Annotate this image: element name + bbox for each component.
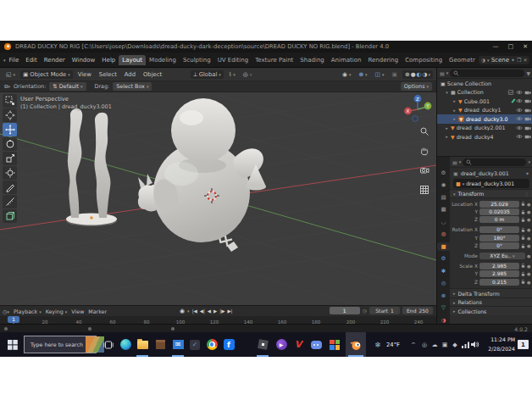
outliner-row-cube[interactable]: ▸ ▼ Cube.001: [437, 97, 532, 106]
taskbar-todo[interactable]: ✓: [186, 332, 203, 357]
timeline-editor-icon[interactable]: ◷▾: [3, 308, 9, 314]
eye-icon[interactable]: [516, 98, 523, 103]
shading-solid-button[interactable]: ●: [411, 71, 416, 78]
tab-constraints[interactable]: ⊗: [437, 292, 450, 300]
next-keyframe-button[interactable]: |▶: [219, 308, 224, 314]
tray-icon-1[interactable]: ◎: [420, 332, 429, 357]
outliner-editor-icon[interactable]: ▤: [440, 70, 445, 76]
animate-dot-icon[interactable]: ●: [527, 243, 530, 248]
menu-add[interactable]: Add: [122, 70, 138, 79]
transform-panel-header[interactable]: ▾Transform⋮: [450, 189, 532, 198]
outliner-row-ducky1[interactable]: ▸ ▼ dread_ducky1: [437, 106, 532, 115]
field-rotation-y[interactable]: Y180°●: [450, 234, 532, 242]
menu-edit[interactable]: Edit: [22, 55, 41, 65]
action-center-button[interactable]: 1: [516, 332, 530, 357]
expand-icon[interactable]: ▸: [445, 125, 449, 131]
camera-icon[interactable]: [524, 98, 531, 103]
maximize-button[interactable]: □: [508, 43, 514, 50]
new-scene-icon[interactable]: ❐: [517, 57, 521, 63]
start-button[interactable]: [3, 332, 22, 357]
menu-help[interactable]: Help: [98, 55, 119, 65]
eye-icon[interactable]: [516, 134, 523, 139]
outliner-row-ducky4[interactable]: ▸ ▼ dread_ducky4: [437, 132, 532, 142]
outliner-row-scene-collection[interactable]: ▣ Scene Collection: [437, 79, 532, 88]
panel-drag-icon[interactable]: ⋮: [524, 191, 529, 197]
editor-type-button[interactable]: ◱▾: [3, 70, 18, 79]
minimize-button[interactable]: —: [493, 43, 499, 50]
animate-dot-icon[interactable]: ●: [527, 217, 530, 222]
lock-icon[interactable]: [521, 235, 525, 241]
shading-material-button[interactable]: ◐: [417, 71, 422, 78]
options-dropdown[interactable]: Options▾: [401, 82, 432, 91]
outliner-row-ducky3-selected[interactable]: ▸ ▼ dread_ducky3.0: [437, 114, 532, 124]
taskbar-media-player[interactable]: ▶: [273, 332, 290, 357]
tab-animation[interactable]: Animation: [328, 55, 365, 65]
expand-icon[interactable]: ▸: [452, 108, 457, 113]
camera-icon[interactable]: [524, 125, 531, 131]
menu-select[interactable]: Select: [97, 70, 119, 79]
camera-icon[interactable]: [524, 90, 531, 95]
eye-icon[interactable]: [516, 116, 523, 121]
animate-dot-icon[interactable]: ●: [527, 271, 530, 276]
menu-file[interactable]: File: [6, 55, 23, 65]
orientation-value-dropdown[interactable]: ⇅Default▾: [49, 82, 86, 91]
taskbar-photo-tiles[interactable]: [326, 332, 343, 357]
field-rotation-x[interactable]: Rotation X0°●: [450, 226, 532, 234]
taskbar-search[interactable]: Type here to search: [24, 336, 97, 353]
field-location-z[interactable]: Z0 m●: [450, 216, 532, 224]
lock-icon[interactable]: [521, 201, 525, 207]
zoom-icon[interactable]: [419, 126, 429, 136]
eye-icon[interactable]: [516, 125, 523, 131]
filter-icon[interactable]: ▼: [526, 70, 530, 76]
xray-toggle[interactable]: ▣: [390, 70, 400, 79]
taskbar-discord[interactable]: [308, 332, 324, 357]
field-location-y[interactable]: Y0.02035●: [450, 208, 532, 215]
drag-value-dropdown[interactable]: Select Box▾: [113, 82, 152, 91]
lock-icon[interactable]: [521, 271, 525, 277]
animate-dot-icon[interactable]: ●: [527, 227, 530, 232]
tab-layout[interactable]: Layout: [119, 55, 146, 65]
field-scale-x[interactable]: Scale X2.985●: [450, 262, 532, 269]
taskbar-file-explorer[interactable]: [134, 332, 151, 357]
gizmos-dropdown[interactable]: ⊕▾: [356, 70, 369, 79]
navigation-gizmo[interactable]: Z X Y: [402, 93, 433, 124]
eye-icon[interactable]: [516, 90, 523, 95]
current-frame-field[interactable]: 1: [330, 307, 360, 314]
camera-icon[interactable]: [524, 116, 531, 121]
tab-modeling[interactable]: Modeling: [146, 55, 180, 65]
menu-playback[interactable]: Playback ▾: [14, 308, 42, 314]
pin-icon[interactable]: ✦: [525, 170, 529, 176]
outliner-row-collection[interactable]: ▾ ▦ Collection: [437, 88, 532, 97]
play-reverse-button[interactable]: ◀: [208, 308, 211, 314]
tab-output[interactable]: ▤: [437, 193, 450, 202]
shading-wireframe-button[interactable]: ⊕: [405, 71, 410, 78]
j ump-to-start-button[interactable]: |◀: [192, 308, 197, 314]
pan-hand-icon[interactable]: [419, 146, 429, 156]
jump-to-end-button[interactable]: ▶|: [227, 308, 232, 314]
move-tool[interactable]: [3, 123, 17, 136]
field-rotation-z[interactable]: Z0°●: [450, 242, 532, 249]
measure-tool[interactable]: [3, 195, 17, 208]
animate-dot-icon[interactable]: ●: [527, 209, 530, 214]
outliner-search[interactable]: [450, 69, 524, 77]
menu-object[interactable]: Object: [141, 70, 164, 79]
taskbar-mail[interactable]: ✉: [169, 332, 186, 357]
field-scale-y[interactable]: Y2.985●: [450, 270, 532, 278]
close-icon[interactable]: ✕: [523, 57, 527, 63]
scene-selector[interactable]: ◑▾ Scene ✦ ❐ ✕: [479, 56, 530, 64]
taskbar-chrome[interactable]: [203, 332, 220, 357]
tab-view-layer[interactable]: ▦: [437, 206, 450, 214]
tray-expand-chevron[interactable]: ^: [409, 332, 418, 357]
eye-icon[interactable]: [516, 108, 523, 113]
properties-editor-icon[interactable]: ▤: [452, 159, 457, 165]
animate-dot-icon[interactable]: ●: [527, 253, 530, 258]
section-relations[interactable]: ▸Relations: [450, 297, 532, 307]
tab-tool[interactable]: ⚙: [437, 169, 450, 177]
tab-render[interactable]: ◉: [437, 181, 450, 190]
lock-icon[interactable]: [521, 227, 525, 233]
menu-view[interactable]: View: [71, 308, 84, 314]
tab-object-data[interactable]: ▽: [437, 304, 450, 313]
viewport-canvas[interactable]: User Perspective (1) Collection | dread_…: [0, 92, 436, 305]
expand-icon[interactable]: ▸: [445, 134, 449, 139]
menu-window[interactable]: Window: [69, 55, 99, 65]
